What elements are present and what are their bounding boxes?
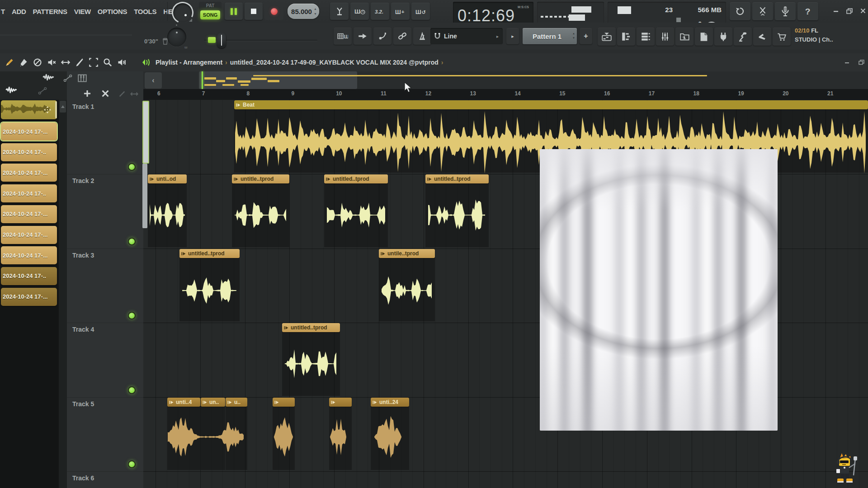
track-header-4[interactable]: Track 4 <box>72 326 94 333</box>
paint-icon[interactable] <box>18 57 29 68</box>
track-arm-led[interactable] <box>128 386 136 394</box>
overdub-icon[interactable]: Ш+ <box>391 3 410 20</box>
clip-header[interactable]: untitled..tprod <box>282 323 340 332</box>
mute-icon[interactable] <box>46 57 57 68</box>
stretch-button[interactable] <box>130 91 138 97</box>
undo-icon[interactable] <box>730 2 750 20</box>
slide-icon[interactable] <box>373 28 392 45</box>
select-icon[interactable] <box>88 57 99 68</box>
clear-tracks-button[interactable] <box>101 89 109 98</box>
track-header-1[interactable]: Track 1 <box>72 103 94 110</box>
link-icon[interactable] <box>393 28 411 45</box>
menu-item-t[interactable]: T <box>1 8 5 15</box>
mixer-icon[interactable] <box>656 28 674 46</box>
minimize-button[interactable] <box>831 7 841 15</box>
breadcrumb-root[interactable]: Playlist - Arrangement <box>156 59 222 66</box>
minimap-left-arrow[interactable]: ‹ <box>145 72 162 89</box>
picker-item[interactable]: 2024-10-24 17-.. <box>1 143 57 161</box>
clip-header[interactable] <box>273 398 295 407</box>
record-mic-icon[interactable] <box>775 2 796 20</box>
close-button[interactable] <box>858 7 868 15</box>
tap-metronome-icon[interactable] <box>413 28 431 45</box>
track-header-5[interactable]: Track 5 <box>72 400 94 408</box>
breadcrumb-file[interactable]: untitled_2024-10-24 17-49-09_KAYBLACK VO… <box>230 59 439 66</box>
playlist-play-icon[interactable] <box>140 57 152 68</box>
pattern-selector[interactable]: Pattern 1 ▲▼ <box>523 28 577 44</box>
pattern-spinner[interactable]: ▲▼ <box>572 31 575 40</box>
snap-selector[interactable]: Line ▸ <box>430 28 503 44</box>
track-arm-led[interactable] <box>128 238 136 245</box>
record-button[interactable] <box>264 3 283 20</box>
metronome-icon[interactable] <box>330 3 349 20</box>
track-header-3[interactable]: Track 3 <box>72 252 94 259</box>
clip-header[interactable]: unti..od <box>148 174 187 183</box>
menu-item-patterns[interactable]: PATTERNS <box>33 8 67 15</box>
zoom-icon[interactable] <box>102 57 113 68</box>
shuffle-knob[interactable]: ш <box>166 24 187 48</box>
clip-header[interactable]: Beat <box>234 100 868 109</box>
picker-item[interactable]: 2024-10-24 17-.. <box>1 267 57 285</box>
clip-header[interactable]: untile..tprod <box>379 249 435 258</box>
master-volume-knob[interactable] <box>171 1 193 21</box>
marker-jump-button[interactable]: ▸ <box>506 28 519 44</box>
swing-slider-thumb[interactable] <box>217 33 226 48</box>
menu-item-view[interactable]: VIEW <box>74 8 91 15</box>
picker-item[interactable]: 2024-10-24 17-.. <box>1 184 57 202</box>
tempo-display[interactable]: 85.000 ▲▼ <box>288 4 319 19</box>
menu-item-tools[interactable]: TOOLS <box>134 8 156 15</box>
picker-item[interactable] <box>1 100 57 119</box>
tempo-spinner[interactable]: ▲▼ <box>314 6 317 16</box>
picker-item[interactable]: 2024-10-24 17-... <box>1 164 57 182</box>
performance-icon[interactable] <box>734 28 752 46</box>
track-header-2[interactable]: Track 2 <box>72 177 94 184</box>
menu-item-add[interactable]: ADD <box>12 8 26 15</box>
picker-item[interactable]: 2024-10-24 17-... <box>1 122 57 141</box>
typing-keyboard-icon[interactable]: Ш <box>334 28 352 45</box>
clip-header[interactable]: untitle..tprod <box>232 174 289 183</box>
clip-header[interactable]: untitled..tprod <box>324 174 388 183</box>
cut-icon[interactable] <box>752 2 773 20</box>
shop-icon[interactable] <box>773 28 791 46</box>
delete-icon[interactable] <box>32 57 43 68</box>
clip-header[interactable]: unti..4 <box>167 398 200 407</box>
picker-audio-tab[interactable] <box>5 86 21 96</box>
add-pattern-button[interactable]: + <box>580 28 592 44</box>
clip-header[interactable]: untitled..tprod <box>179 249 240 258</box>
automation-track-icon[interactable] <box>63 74 72 82</box>
help-icon[interactable]: ? <box>797 2 818 20</box>
clip-header[interactable]: untitled..tprod <box>425 174 489 183</box>
audio-track-icon[interactable] <box>42 73 54 81</box>
stop-button[interactable] <box>245 3 263 20</box>
picker-panel-icon[interactable] <box>598 28 616 46</box>
slip-icon[interactable] <box>60 57 71 68</box>
clip-header[interactable]: unti..24 <box>371 398 409 407</box>
picker-automation-tab[interactable] <box>38 87 50 96</box>
loop-record-icon[interactable]: Ш↺ <box>411 3 430 20</box>
touch-icon[interactable] <box>753 28 771 46</box>
clip-header[interactable]: u.. <box>226 398 247 407</box>
slice-icon[interactable] <box>74 57 85 68</box>
preview-icon[interactable] <box>116 57 127 68</box>
mute-lane-button[interactable] <box>118 90 126 98</box>
picker-scroll-thumb[interactable] <box>60 101 66 113</box>
menu-item-options[interactable]: OPTIONS <box>98 8 127 15</box>
clip-header[interactable]: un.. <box>201 398 225 407</box>
picker-scrollbar[interactable] <box>59 100 67 488</box>
wait-input-icon[interactable]: Ш <box>350 3 369 20</box>
track-header-6[interactable]: Track 6 <box>72 474 94 482</box>
picker-item[interactable]: 2024-10-24 17-... <box>1 288 57 306</box>
piano-roll-icon[interactable] <box>617 28 635 46</box>
pattern-track-icon[interactable] <box>78 74 87 82</box>
countdown-icon[interactable]: 3.2. <box>371 3 389 20</box>
playlist-minimize-button[interactable] <box>842 58 852 66</box>
step-edit-icon[interactable] <box>354 28 372 45</box>
swing-slider[interactable] <box>204 29 317 44</box>
browser-icon[interactable] <box>675 28 693 46</box>
track-arm-led[interactable] <box>128 163 136 171</box>
plugin-icon[interactable] <box>714 28 732 46</box>
playlist-maximize-button[interactable] <box>856 58 866 66</box>
channel-rack-icon[interactable] <box>637 28 655 46</box>
play-pause-button[interactable] <box>225 3 243 20</box>
clip-header[interactable] <box>329 398 352 407</box>
picker-item[interactable]: 2024-10-24 17-... <box>1 226 57 244</box>
